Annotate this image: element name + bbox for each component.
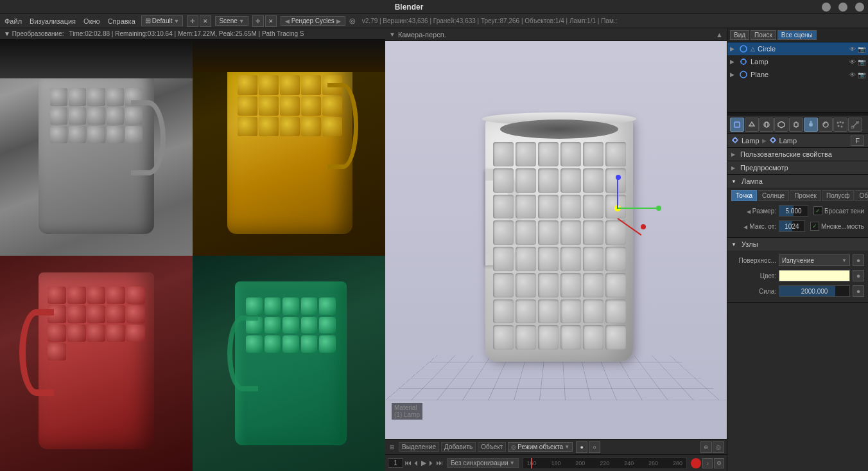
wire-icon[interactable]: ○ (589, 441, 600, 453)
select-btn[interactable]: Выделение (399, 442, 439, 452)
search-tab[interactable]: Поиск (751, 30, 776, 40)
preview-header[interactable]: ▶ Предпросмотр (727, 161, 868, 174)
viewport-expand-icon[interactable]: ▲ (716, 31, 723, 39)
svg-point-22 (838, 125, 840, 127)
prop-icon-material[interactable] (819, 118, 833, 132)
menu-visualization[interactable]: Визуализация (28, 17, 78, 25)
cast-shadows-checkbox[interactable]: ✓ Бросает тени (813, 206, 864, 215)
snap-icon[interactable]: ⊕ (700, 441, 712, 453)
prop-icon-render[interactable] (730, 118, 744, 132)
multiple-checkbox[interactable]: ✓ Множе...мость (810, 222, 864, 231)
lamp-tab-area[interactable]: Область (855, 190, 868, 201)
plane-eye-icon[interactable]: 👁 (849, 71, 856, 78)
prop-icon-constraints[interactable] (789, 118, 803, 132)
render-thumb-teal[interactable] (193, 256, 385, 472)
prop-icon-particles[interactable] (833, 118, 847, 132)
timeline-frame[interactable]: 1 (388, 458, 403, 468)
solid-icon[interactable]: ● (576, 441, 587, 453)
timeline-track[interactable]: 160 180 200 220 240 260 280 (523, 458, 687, 469)
lamp-tab-spot[interactable]: Прожек (790, 190, 821, 201)
circle-type-icon (739, 44, 748, 53)
scene-button[interactable]: Scene ▼ (215, 16, 248, 26)
view-icon[interactable]: ⊞ (388, 444, 397, 450)
view-tab[interactable]: Вид (730, 30, 749, 40)
user-props-label: Пользовательские свойства (740, 150, 832, 158)
menu-window[interactable]: Окно (82, 17, 102, 25)
render-thumb-gold[interactable] (193, 40, 385, 256)
prop-icon-data[interactable] (804, 118, 818, 132)
add-btn[interactable]: Добавить (441, 442, 476, 452)
timeline-mark-220: 220 (600, 460, 609, 467)
prop-icon-world[interactable] (759, 118, 774, 132)
color-swatch[interactable] (779, 270, 850, 281)
jump-start-btn[interactable]: ⏮ (404, 459, 412, 467)
prop-icon-physics[interactable] (848, 118, 862, 132)
all-scenes-tab[interactable]: Все сцены (777, 30, 817, 40)
strength-input[interactable]: 2000.000 (779, 285, 850, 297)
lamp-tab-point[interactable]: Точка (731, 190, 757, 201)
sync-select[interactable]: Без синхронизации ▼ (447, 458, 519, 468)
render-thumb-red[interactable] (0, 256, 193, 472)
lamp-tab-hemi[interactable]: Полусф (822, 190, 854, 201)
cast-shadows-box[interactable]: ✓ (813, 206, 822, 215)
lamp-eye-icon[interactable]: 👁 (849, 58, 856, 66)
nodes-header[interactable]: ▼ Узлы (727, 238, 868, 251)
menu-file[interactable]: Файл (3, 17, 24, 25)
object-mode-select[interactable]: ◎ Режим объекта ▼ (508, 442, 573, 452)
size-input[interactable]: 5.000 (779, 205, 808, 217)
prop-icon-object[interactable] (774, 118, 788, 132)
next-frame-btn[interactable]: ⏵ (428, 459, 435, 467)
surface-dropdown[interactable]: Излучение ▼ (779, 254, 850, 266)
stats-text: v2.79 | Вершин:43,636 | Граней:43,633 | … (362, 17, 618, 24)
circle-render-icon[interactable]: 📷 (858, 46, 865, 53)
lamp-icon-breadcrumb2 (769, 136, 777, 145)
menu-help[interactable]: Справка (106, 17, 137, 25)
max-input[interactable]: 1024 (779, 220, 805, 232)
object-btn[interactable]: Объект (478, 442, 506, 452)
size-label: ◀ Размер: (731, 208, 776, 215)
prop-icon-scene[interactable] (745, 118, 759, 132)
viewport-canvas[interactable]: Material (1) Lamp (385, 41, 727, 439)
plane-render-icon[interactable]: 📷 (858, 71, 865, 78)
lamp-tab-sun[interactable]: Солнце (758, 190, 789, 201)
strength-add-btn[interactable]: ● (853, 285, 864, 297)
win-maximize[interactable] (838, 3, 847, 12)
multiple-box[interactable]: ✓ (810, 222, 819, 231)
svg-point-15 (809, 123, 813, 127)
icon-btn-4[interactable]: ✕ (265, 15, 277, 27)
viewport-icons: ● ○ (576, 441, 600, 453)
play-btn[interactable]: ▶ (421, 459, 426, 467)
lamp-section-header[interactable]: ▼ Лампа (727, 175, 868, 188)
icon-btn-3[interactable]: ✛ (252, 15, 264, 27)
svg-point-0 (740, 46, 747, 52)
layout-button[interactable]: ⊞ Default ▼ (141, 15, 184, 26)
size-value: 5.000 (785, 208, 801, 215)
icon-btn-1[interactable]: ✛ (187, 15, 198, 27)
jump-end-btn[interactable]: ⏭ (436, 459, 443, 467)
svg-point-10 (765, 122, 768, 127)
outliner-item-plane[interactable]: ▶ Plane 👁 📷 (727, 68, 868, 81)
audio-btn[interactable]: ♪ (702, 458, 713, 468)
settings-btn[interactable]: ⚙ (714, 458, 724, 468)
properties-f-btn[interactable]: F (851, 136, 864, 146)
circle-eye-icon[interactable]: 👁 (849, 46, 856, 53)
render-thumb-metal[interactable] (0, 40, 193, 256)
circle-label: Circle (758, 45, 776, 53)
outliner-item-lamp[interactable]: ▶ Lamp 👁 📷 (727, 55, 868, 68)
prev-frame-btn[interactable]: ⏴ (413, 459, 420, 467)
surface-add-btn[interactable]: ● (853, 254, 864, 266)
win-close[interactable] (855, 3, 864, 12)
svg-point-18 (824, 123, 826, 124)
svg-point-32 (771, 138, 775, 142)
win-minimize[interactable] (822, 3, 831, 12)
proportional-icon[interactable]: ◎ (713, 441, 724, 453)
outliner-item-circle[interactable]: ▶ △ Circle 👁 📷 (727, 42, 868, 55)
color-add-btn[interactable]: ● (853, 270, 864, 281)
icon-btn-2[interactable]: ✕ (200, 15, 211, 27)
keyframe-btn[interactable] (691, 458, 701, 468)
render-engine-select[interactable]: ◀ Рендер Cycles ▶ (281, 16, 345, 26)
cast-shadows-check: ✓ (815, 208, 820, 214)
lamp-render-icon[interactable]: 📷 (858, 58, 865, 66)
svg-point-17 (823, 122, 828, 127)
user-props-header[interactable]: ▶ Пользовательские свойства (727, 148, 868, 161)
